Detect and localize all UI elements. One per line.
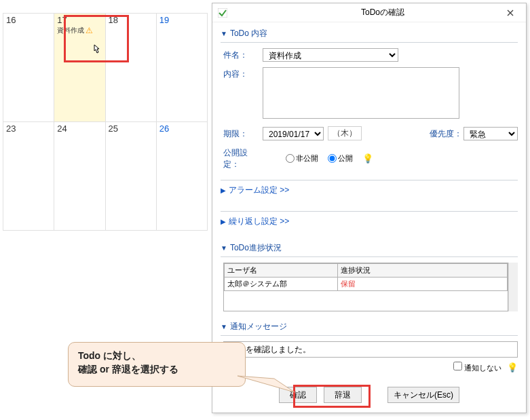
calendar-grid: 16 17 資料作成⚠ 18 19 23 24 25 26 bbox=[3, 13, 208, 231]
calendar-cell-25[interactable]: 25 bbox=[105, 122, 156, 231]
calendar-cell-17[interactable]: 17 資料作成⚠ bbox=[54, 14, 105, 122]
triangle-right-icon: ▶ bbox=[221, 187, 226, 194]
todo-check-icon bbox=[218, 8, 357, 18]
triangle-down-icon: ▼ bbox=[221, 244, 227, 252]
triangle-down-icon: ▼ bbox=[221, 323, 227, 330]
subject-select[interactable]: 資料作成 bbox=[263, 48, 398, 62]
notify-message-input[interactable] bbox=[223, 341, 518, 358]
group-todo-content: ▼ToDo 内容 件名： 資料作成 内容： 期限： bbox=[221, 28, 518, 170]
priority-select[interactable]: 緊急 bbox=[463, 127, 518, 140]
calendar-cell-19[interactable]: 19 bbox=[156, 14, 207, 122]
dialog-title: ToDoの確認 bbox=[361, 7, 500, 18]
day-of-week: （木） bbox=[328, 126, 362, 140]
calendar-cell-26[interactable]: 26 bbox=[156, 122, 207, 231]
hint-bulb-icon[interactable]: 💡 bbox=[507, 362, 518, 373]
col-user: ユーザ名 bbox=[225, 264, 338, 278]
triangle-right-icon: ▶ bbox=[221, 218, 226, 225]
col-status: 進捗状況 bbox=[337, 264, 507, 278]
scrollbar[interactable] bbox=[508, 263, 518, 311]
progress-table: ユーザ名 進捗状況 太郎＠システム部 保留 bbox=[224, 263, 508, 291]
calendar-cell-23[interactable]: 23 bbox=[3, 122, 54, 231]
do-not-notify-checkbox[interactable]: 通知しない bbox=[453, 362, 501, 373]
group-progress: ▼ToDo進捗状況 ユーザ名 進捗状況 太郎＠システム部 保留 bbox=[221, 242, 518, 311]
deadline-label: 期限： bbox=[223, 127, 263, 140]
group-notify: ▼通知メッセージ 通知しない 💡 bbox=[221, 321, 518, 373]
deadline-date-select[interactable]: 2019/01/17 bbox=[263, 127, 324, 140]
calendar-event[interactable]: 資料作成⚠ bbox=[57, 26, 102, 37]
calendar-cell-16[interactable]: 16 bbox=[3, 14, 54, 122]
close-button[interactable] bbox=[500, 6, 520, 20]
repeat-settings-link[interactable]: ▶繰り返し設定 >> bbox=[221, 211, 518, 235]
calendar-cell-18[interactable]: 18 bbox=[105, 14, 156, 122]
visibility-public[interactable]: 公開 bbox=[328, 153, 353, 164]
content-textarea[interactable] bbox=[263, 67, 459, 119]
triangle-down-icon: ▼ bbox=[221, 30, 227, 37]
table-row[interactable]: 太郎＠システム部 保留 bbox=[225, 278, 508, 291]
alarm-settings-link[interactable]: ▶アラーム設定 >> bbox=[221, 180, 518, 204]
decline-button[interactable]: 辞退 bbox=[324, 387, 362, 403]
priority-label: 優先度： bbox=[430, 127, 462, 140]
visibility-private[interactable]: 非公開 bbox=[286, 153, 318, 164]
annotation-callout-tail bbox=[238, 376, 299, 396]
warning-icon: ⚠ bbox=[86, 26, 93, 35]
subject-label: 件名： bbox=[223, 48, 263, 61]
content-label: 内容： bbox=[223, 67, 263, 80]
todo-confirm-dialog: ToDoの確認 ▼ToDo 内容 件名： 資料作成 内容： bbox=[212, 3, 527, 413]
dialog-titlebar: ToDoの確認 bbox=[212, 3, 526, 22]
annotation-callout: Todo に対し、 確認 or 辞退を選択する bbox=[68, 342, 246, 387]
hint-bulb-icon[interactable]: 💡 bbox=[362, 153, 373, 164]
visibility-label: 公開設定： bbox=[223, 146, 263, 170]
cancel-button[interactable]: キャンセル(Esc) bbox=[387, 387, 459, 403]
calendar-cell-24[interactable]: 24 bbox=[54, 122, 105, 231]
